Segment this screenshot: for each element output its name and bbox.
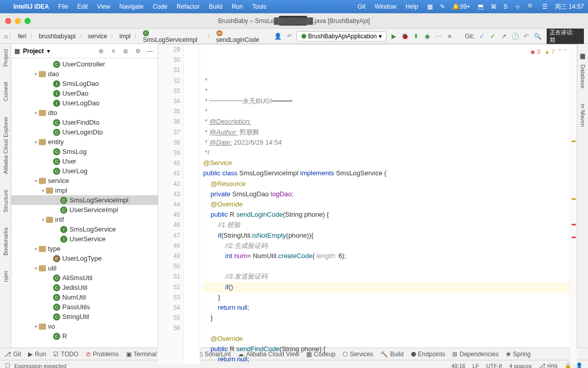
tool-problems[interactable]: ⊘ Problems xyxy=(86,351,119,358)
settings-icon[interactable]: ⚙ xyxy=(133,47,142,56)
tray-icon[interactable]: S xyxy=(504,3,508,10)
run-config-select[interactable]: ⬢ BrushBabyApiApplication ▾ xyxy=(297,31,387,41)
tree-item[interactable]: CUserLoginDto xyxy=(11,127,158,137)
status-person-icon[interactable]: 👤 xyxy=(576,362,583,368)
tree-item[interactable]: ▾dao xyxy=(11,69,158,79)
inspection-indicator[interactable]: ◉ 2 ▲ 7 ˆ ˇ xyxy=(530,47,567,57)
tree-item[interactable]: ▾vo xyxy=(11,321,158,331)
breadcrumb-home-icon[interactable]: ⌂ xyxy=(4,33,8,40)
breadcrumb-item[interactable]: CSmsLogServiceImpl xyxy=(141,28,206,44)
tool-todo[interactable]: ☑ TODO xyxy=(53,351,78,358)
tree-item[interactable]: CUserController xyxy=(11,59,158,69)
chevron-down-icon[interactable]: ˇ xyxy=(565,47,567,57)
menu-help[interactable]: Help xyxy=(406,3,419,10)
notification-icon[interactable]: 🔔99+ xyxy=(452,3,470,10)
project-title[interactable]: Project xyxy=(23,48,44,55)
tree-item[interactable]: CStringUtil xyxy=(11,312,158,321)
git-rollback-icon[interactable]: ↶ xyxy=(522,32,530,40)
tree-item[interactable]: ISmsLogDao xyxy=(11,79,158,88)
tool-git[interactable]: ⎇ Git xyxy=(4,351,21,358)
breadcrumb-item[interactable]: feri xyxy=(16,32,29,41)
tree-item[interactable]: ▾intf xyxy=(11,215,158,224)
tree-item[interactable]: CPassUtils xyxy=(11,302,158,312)
profile-icon[interactable]: ◉ xyxy=(423,32,431,40)
minimize-button[interactable] xyxy=(15,18,21,24)
menu-file[interactable]: File xyxy=(58,3,68,10)
tree-item[interactable]: IUserService xyxy=(11,234,158,244)
more-icon[interactable]: ⋯ xyxy=(434,32,443,40)
tree-item[interactable]: CUserLog xyxy=(11,166,158,176)
user-icon[interactable]: 👤 xyxy=(274,32,282,40)
tool-run[interactable]: ▶ Run xyxy=(28,351,46,358)
menu-tools[interactable]: Tools xyxy=(252,3,266,10)
tree-item[interactable]: CSmsLog xyxy=(11,147,158,156)
breadcrumb-item[interactable]: service xyxy=(86,32,109,41)
spotlight-icon[interactable]: 🔍 xyxy=(527,3,535,10)
tool-bookmarks[interactable]: Bookmarks xyxy=(3,227,9,256)
tree-item[interactable]: ▾service xyxy=(11,176,158,186)
menu-view[interactable]: View xyxy=(97,3,110,10)
tree-item[interactable]: CUserFindDto xyxy=(11,118,158,127)
tray-icon[interactable]: ✎ xyxy=(440,3,445,10)
tray-icon[interactable]: ⬒ xyxy=(478,3,483,10)
menu-run[interactable]: Run xyxy=(232,3,243,10)
tray-icon[interactable]: ⌘ xyxy=(491,3,497,10)
tree-item[interactable]: CAliSmsUtil xyxy=(11,273,158,283)
tree-item[interactable]: ▾impl xyxy=(11,186,158,195)
menu-code[interactable]: Code xyxy=(153,3,167,10)
tree-item[interactable]: ▾util xyxy=(11,263,158,273)
breadcrumb-item[interactable]: impl xyxy=(117,32,133,41)
app-name[interactable]: IntelliJ IDEA xyxy=(13,3,49,10)
chevron-up-icon[interactable]: ˆ xyxy=(559,47,561,57)
tray-icon[interactable]: ⊹ xyxy=(515,3,520,10)
tool-commit[interactable]: Commit xyxy=(3,82,9,101)
clock[interactable]: 周三 14:57 xyxy=(555,3,584,11)
expand-all-icon[interactable]: ≡ xyxy=(109,47,118,56)
chevron-down-icon[interactable]: ▾ xyxy=(47,48,50,55)
status-icon[interactable]: ☐ xyxy=(5,362,10,368)
close-button[interactable] xyxy=(5,18,11,24)
gutter-icons[interactable] xyxy=(184,44,200,364)
menu-window[interactable]: Window xyxy=(375,3,397,10)
line-gutter[interactable]: 2930313233343536373839404142434445464748… xyxy=(158,44,184,364)
zoom-button[interactable] xyxy=(24,18,31,24)
collapse-all-icon[interactable]: ≣ xyxy=(121,47,130,56)
menu-build[interactable]: Build xyxy=(209,3,223,10)
select-opened-icon[interactable]: ⊕ xyxy=(96,47,106,56)
tree-item[interactable]: CSmsLogServiceImpl xyxy=(11,195,158,205)
back-icon[interactable]: ↶ xyxy=(285,32,293,40)
run-icon[interactable]: ▶ xyxy=(389,32,398,40)
breadcrumb-item[interactable]: msendLoginCode xyxy=(214,28,268,44)
git-history-icon[interactable]: 🕐 xyxy=(511,32,519,40)
menu-navigate[interactable]: Navigate xyxy=(119,3,143,10)
git-push-icon[interactable]: ↗ xyxy=(500,32,508,40)
tool-alibaba[interactable]: Alibaba Cloud Explorer xyxy=(3,117,9,174)
menu-refactor[interactable]: Refactor xyxy=(177,3,200,10)
tray-icon[interactable]: ▦ xyxy=(427,3,433,10)
tree-item[interactable]: CJedisUtil xyxy=(11,283,158,292)
coverage-icon[interactable]: ⬆ xyxy=(412,32,420,40)
tree-item[interactable]: IUserDao xyxy=(11,88,158,98)
tree-item[interactable]: EUserLogType xyxy=(11,254,158,263)
git-commit-icon[interactable]: ✓ xyxy=(488,32,497,40)
tool-structure[interactable]: Structure xyxy=(3,190,9,213)
tree-item[interactable]: ISmsLogService xyxy=(11,224,158,234)
tool-npm[interactable]: npm xyxy=(3,271,9,282)
tool-project[interactable]: Project xyxy=(3,49,9,66)
tree-item[interactable]: CR xyxy=(11,331,158,341)
tree-item[interactable]: CNumUtil xyxy=(11,292,158,302)
menu-git[interactable]: Git xyxy=(358,3,365,10)
tool-maven[interactable]: m Maven xyxy=(580,104,586,127)
tree-item[interactable]: CUser xyxy=(11,156,158,166)
overview-ruler[interactable] xyxy=(570,44,577,364)
search-icon[interactable]: 🔍 xyxy=(533,32,542,40)
control-center-icon[interactable]: ☰ xyxy=(542,3,548,10)
menu-edit[interactable]: Edit xyxy=(77,3,88,10)
project-tree[interactable]: CUserController▾daoISmsLogDaoIUserDaoIUs… xyxy=(11,58,158,348)
tool-database[interactable]: Database xyxy=(580,64,586,88)
tool-terminal[interactable]: ▣ Terminal xyxy=(126,351,157,358)
tree-item[interactable]: ▾dto xyxy=(11,108,158,118)
tree-item[interactable]: ▾type xyxy=(11,244,158,254)
git-update-icon[interactable]: ✓ xyxy=(478,32,486,40)
tree-item[interactable]: ▾entity xyxy=(11,137,158,147)
